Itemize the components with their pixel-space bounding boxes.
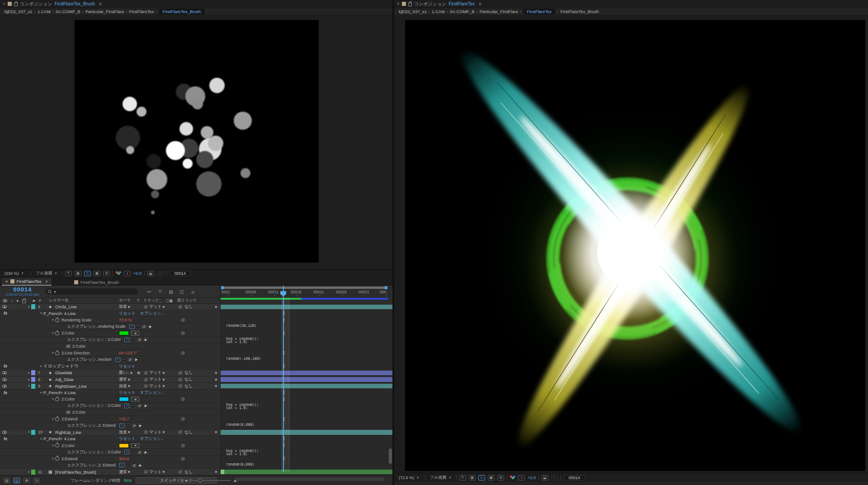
snapshot-camera-icon[interactable]: ⬓ [147, 271, 154, 276]
lock-icon[interactable] [14, 3, 18, 6]
label-color-chip[interactable] [31, 370, 35, 375]
mixer-icon[interactable]: ✎ [33, 478, 40, 483]
panel-menu-icon[interactable]: ≡ [45, 279, 48, 284]
expression-graph-icon[interactable]: ~ [136, 325, 141, 329]
zoom-level-dropdown[interactable]: (72.6 %)▾ [397, 476, 422, 480]
exposure-icon[interactable]: ◑ [124, 271, 131, 276]
exposure-value[interactable]: +0.0 [133, 271, 142, 276]
color-toggle-icon[interactable]: ➔ [131, 331, 139, 335]
current-time-display[interactable]: 00014 0:00:00:13 (24.00 fps) [0, 287, 45, 297]
draft3d-icon[interactable]: ⛗ [157, 289, 163, 294]
expression-graph-icon[interactable]: ~ [131, 338, 136, 342]
label-column-icon[interactable]: ▰ [32, 298, 35, 303]
mode-dropdown[interactable]: 加算▾ [119, 304, 130, 310]
expression-name[interactable]: エクスプレッシ..endering Scale [67, 324, 126, 330]
color-toggle-icon[interactable]: ➔ [131, 397, 139, 401]
trackmatte-pickwhip-icon[interactable]: @ [144, 377, 148, 382]
layer-name[interactable]: RightDown_Line [55, 384, 87, 389]
breadcrumb-item[interactable]: FirstFlareTex [523, 9, 555, 14]
graph-editor-icon[interactable]: ⊿ [189, 289, 196, 294]
layer-row[interactable]: ▾6★Circle_Line加算▾@マット▾@なし▾ [0, 304, 392, 311]
exposure-icon[interactable]: ◑ [518, 475, 525, 480]
expression-pickwhip-icon[interactable]: @ [128, 358, 133, 362]
pickwhip-icon[interactable]: @ [181, 331, 185, 335]
snapshot-camera-icon[interactable]: ⬓ [542, 475, 548, 480]
layer-name[interactable]: [FirstFlareTex_Brush] [55, 470, 96, 475]
mode-dropdown[interactable]: 通常▾ [119, 469, 130, 475]
show-snapshot-icon[interactable]: ∞ [551, 475, 558, 480]
expression-pickwhip-icon[interactable]: @ [137, 338, 142, 342]
layer-duration-bar[interactable] [221, 430, 392, 435]
layer-duration-bar[interactable] [221, 470, 392, 475]
channel-icon[interactable] [510, 476, 515, 480]
eye-toggle[interactable] [2, 378, 9, 381]
lock-column-icon[interactable] [22, 300, 26, 303]
expression-pickwhip-icon[interactable]: @ [142, 325, 147, 329]
t-column[interactable]: T [137, 298, 139, 303]
label-color-chip[interactable] [31, 470, 35, 475]
lock-icon[interactable] [408, 3, 412, 6]
current-frame-field[interactable]: 00014 [170, 271, 191, 276]
mask-visibility-icon[interactable]: ◇ [84, 271, 91, 276]
effect-link[interactable]: リセット [119, 436, 136, 441]
effect-name[interactable]: P_Pencil+ 4 Line [43, 390, 76, 395]
expression-enable-icon[interactable]: = [124, 404, 129, 408]
trackmatte-pickwhip-icon[interactable]: @ [144, 305, 148, 309]
guides-icon[interactable]: ▣ [94, 271, 100, 276]
expression-pickwhip-icon[interactable]: @ [137, 450, 142, 454]
pickwhip-icon[interactable]: @ [181, 318, 185, 322]
parent-pickwhip-icon[interactable]: @ [178, 377, 182, 382]
property-row[interactable]: ▾2:Line Direction0x+123.7°@I [0, 350, 392, 357]
property-name[interactable]: 2:Color [61, 331, 75, 335]
mode-column[interactable]: モード [119, 298, 131, 303]
property-name[interactable]: 2:Line Direction [61, 351, 90, 355]
expand-arrow-icon[interactable]: ▾ [51, 457, 55, 461]
property-row[interactable]: 値: 2:Color [0, 344, 392, 350]
color-toggle-icon[interactable]: ➔ [131, 443, 139, 448]
expand-arrow-icon[interactable]: ▾ [39, 391, 43, 395]
eye-toggle[interactable] [2, 431, 9, 434]
close-icon[interactable]: × [3, 1, 5, 6]
stopwatch-icon[interactable] [55, 457, 59, 461]
layer-row[interactable]: ▾10★RightUp_Line加算▾@マット▾@なし▾ [0, 429, 392, 436]
expression-name[interactable]: エクスプレッション : 2:Color [67, 449, 121, 455]
property-row[interactable]: fx▾P_Pencil+ 4 Lineリセットオプション..I [0, 390, 392, 396]
effect-link[interactable]: リセット [119, 311, 136, 315]
zoom-slider[interactable] [190, 480, 231, 481]
expand-arrow-icon[interactable]: ▸ [39, 364, 43, 368]
expression-enable-icon[interactable]: = [129, 325, 134, 329]
close-icon[interactable]: × [397, 1, 400, 6]
effect-link[interactable]: オプション.. [140, 390, 163, 395]
property-row[interactable]: fx▸ドロップシャドウリセットI [0, 363, 392, 370]
expand-arrow-icon[interactable]: ▾ [27, 430, 31, 434]
breadcrumb-item[interactable]: FirstFlareTex_Brush [561, 9, 599, 14]
parent-dropdown[interactable]: なし▾ [184, 383, 217, 389]
property-value[interactable]: 70.9 % [119, 318, 132, 322]
property-row[interactable]: ▾2:Color➔@I [0, 396, 392, 403]
comp-flowchart-icon[interactable]: ⚯ [146, 289, 152, 294]
timeline-vertical-scrollbar[interactable] [389, 448, 392, 464]
expression-graph-icon[interactable]: ~ [122, 358, 127, 362]
composite-toggle-icon[interactable]: ▧ [4, 478, 10, 483]
layer-row[interactable]: ▸8★Adj_Glow通常▾@マット▾@なし▾ [0, 377, 392, 383]
guides-icon[interactable]: ▣ [488, 475, 495, 480]
parent-pickwhip-icon[interactable]: @ [178, 305, 182, 309]
right-comp-stage[interactable] [405, 20, 865, 471]
effect-link[interactable]: リセット [119, 390, 136, 395]
frame-blend-icon[interactable]: ◫ [179, 289, 185, 294]
layer-row[interactable]: ▾9★RightDown_Line加算▾@マット▾@なし▾ [0, 383, 392, 390]
trackmatte-column[interactable]: トラック_ [143, 298, 161, 303]
label-color-chip[interactable] [31, 430, 35, 435]
property-row[interactable]: エクスプレッション : 2:Color=~@▶hue = random(); s… [0, 403, 392, 410]
expand-arrow-icon[interactable]: ▾ [51, 397, 55, 401]
show-snapshot-icon[interactable]: ∞ [157, 271, 164, 276]
color-swatch[interactable] [119, 331, 129, 335]
parent-pickwhip-icon[interactable]: @ [178, 384, 182, 388]
expression-language-icon[interactable]: ▶ [143, 450, 148, 454]
parent-pickwhip-icon[interactable]: @ [178, 430, 182, 434]
property-row[interactable]: エクスプレッション : 2:Color=~@▶hue = random(); s… [0, 337, 392, 344]
panel-menu-icon[interactable]: ≡ [99, 1, 102, 6]
expression-graph-icon[interactable]: ~ [131, 450, 136, 454]
expression-language-icon[interactable]: ▶ [148, 325, 153, 329]
comp-name[interactable]: FirstFlareTex [448, 1, 475, 6]
